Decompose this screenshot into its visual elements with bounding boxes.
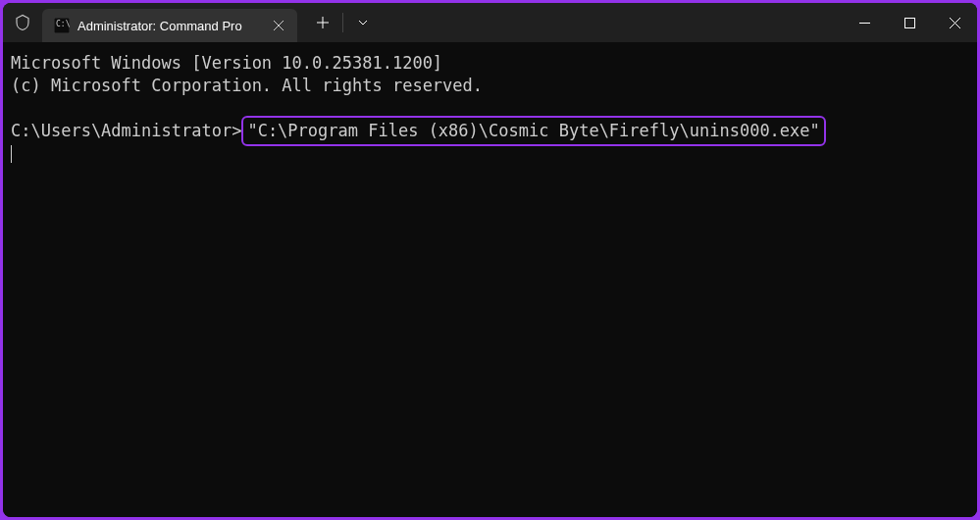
svg-rect-7 xyxy=(904,18,914,27)
terminal-window: C:\ Administrator: Command Pro xyxy=(3,3,977,517)
tab-title: Administrator: Command Pro xyxy=(77,19,262,33)
prompt-line: C:\Users\Administrator>"C:\Program Files… xyxy=(11,120,969,142)
version-line: Microsoft Windows [Version 10.0.25381.12… xyxy=(11,52,969,75)
svg-text:C:\: C:\ xyxy=(56,20,70,28)
command-highlight: "C:\Program Files (x86)\Cosmic Byte\Fire… xyxy=(241,116,825,146)
maximize-button[interactable] xyxy=(887,3,932,42)
app-shield-icon xyxy=(3,3,42,42)
titlebar-tab-controls xyxy=(305,7,381,38)
window-controls xyxy=(842,3,977,42)
tab-active[interactable]: C:\ Administrator: Command Pro xyxy=(42,9,297,42)
cursor xyxy=(11,145,12,163)
divider xyxy=(342,13,343,32)
titlebar: C:\ Administrator: Command Pro xyxy=(3,3,977,42)
prompt-text: C:\Users\Administrator> xyxy=(11,120,241,142)
minimize-button[interactable] xyxy=(842,3,887,42)
terminal-area[interactable]: Microsoft Windows [Version 10.0.25381.12… xyxy=(3,42,977,517)
close-button[interactable] xyxy=(932,3,977,42)
copyright-line: (c) Microsoft Corporation. All rights re… xyxy=(11,75,969,97)
new-tab-button[interactable] xyxy=(305,7,340,38)
command-text: "C:\Program Files (x86)\Cosmic Byte\Fire… xyxy=(247,121,819,140)
tab-dropdown-button[interactable] xyxy=(345,7,381,38)
cmd-icon: C:\ xyxy=(54,18,70,33)
tab-close-button[interactable] xyxy=(270,17,287,34)
